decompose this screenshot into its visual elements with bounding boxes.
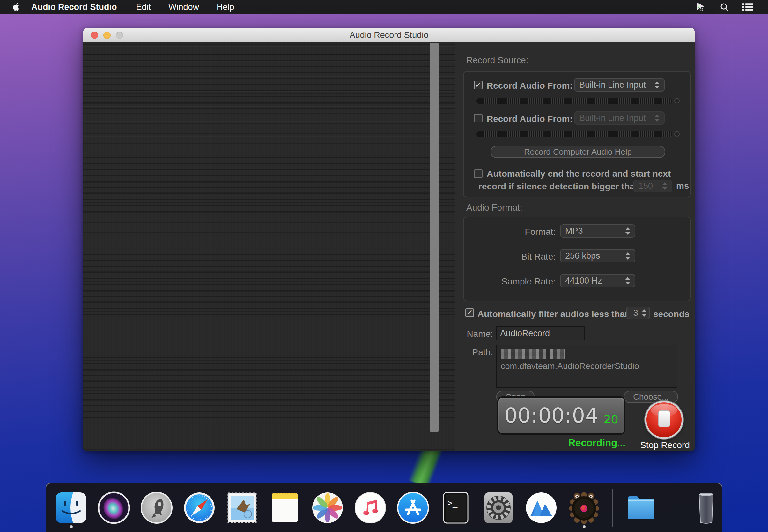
level-meter-2-peak-led bbox=[674, 131, 680, 137]
checkbox-check-icon: ✓ bbox=[475, 80, 481, 89]
level-meter-1 bbox=[476, 98, 672, 104]
stepper-icon bbox=[642, 309, 647, 317]
apple-menu-icon[interactable] bbox=[11, 2, 19, 12]
path-bundle-id: com.dfavteam.AudioRecorderStudio bbox=[501, 361, 639, 371]
menu-app-name[interactable]: Audio Record Studio bbox=[31, 2, 117, 12]
control-panel: Record Source: ✓ Record Audio From: Buil… bbox=[455, 42, 695, 451]
dock-itunes-icon[interactable] bbox=[354, 491, 387, 524]
format-label: Format: bbox=[464, 227, 556, 237]
stepper-icon bbox=[654, 115, 660, 122]
input-device-2-dropdown: Built-in Line Input bbox=[574, 111, 665, 125]
dock-mountain-app-icon[interactable] bbox=[525, 491, 558, 524]
dock-photos-icon[interactable] bbox=[311, 491, 344, 524]
dock-launchpad-icon[interactable] bbox=[140, 491, 173, 524]
filter-seconds-stepper[interactable]: 3 bbox=[626, 307, 650, 319]
level-meter-2 bbox=[476, 131, 672, 137]
silence-ms-value: 150 bbox=[639, 181, 662, 191]
stop-icon bbox=[658, 410, 670, 427]
input-device-2-value: Built-in Line Input bbox=[579, 113, 654, 123]
dock-separator bbox=[612, 489, 613, 527]
dock-trash-icon[interactable] bbox=[690, 491, 723, 524]
dock-folder-icon[interactable] bbox=[624, 491, 658, 524]
menu-bar: Audio Record Studio Edit Window Help bbox=[0, 0, 768, 14]
dock-audio-record-studio-icon[interactable] bbox=[567, 491, 601, 524]
record-audio-from-2-label: Record Audio From: bbox=[487, 114, 573, 124]
menu-item-help[interactable]: Help bbox=[217, 2, 234, 12]
timer-time: 00:00:04 bbox=[504, 404, 598, 427]
dock-safari-icon[interactable] bbox=[183, 491, 216, 524]
bitrate-label: Bit Rate: bbox=[464, 252, 556, 262]
dock-finder-icon[interactable] bbox=[55, 491, 88, 524]
running-indicator bbox=[70, 525, 73, 528]
input-device-1-value: Built-in Line Input bbox=[579, 80, 654, 90]
record-audio-from-1-label: Record Audio From: bbox=[487, 81, 573, 91]
app-window: Audio Record Studio Record Source: ✓ Rec… bbox=[83, 28, 695, 451]
path-label: Path: bbox=[455, 347, 493, 358]
svg-text:>_: >_ bbox=[447, 498, 458, 508]
stepper-icon bbox=[625, 252, 630, 260]
scrollbar-thumb[interactable] bbox=[430, 43, 439, 432]
dock-system-preferences-icon[interactable] bbox=[482, 491, 515, 524]
recordings-list-area bbox=[83, 42, 455, 451]
filter-short-audios-label: Automatically filter audios less than bbox=[477, 309, 630, 319]
silence-ms-stepper: 150 bbox=[633, 180, 672, 192]
record-source-groupbox: ✓ Record Audio From: Built-in Line Input… bbox=[463, 71, 691, 197]
recording-status: Recording... bbox=[527, 437, 625, 449]
path-redacted-text bbox=[501, 349, 574, 359]
dock: >_ bbox=[46, 483, 722, 532]
stepper-icon bbox=[654, 81, 660, 89]
auto-end-line1: Automatically end the record and start n… bbox=[487, 169, 671, 179]
samplerate-dropdown[interactable]: 44100 Hz bbox=[560, 274, 635, 287]
auto-end-record-checkbox[interactable] bbox=[474, 169, 483, 178]
bitrate-value: 256 kbps bbox=[565, 251, 625, 261]
auto-end-line2: record if silence detection bigger than bbox=[478, 181, 640, 192]
record-computer-audio-help-button[interactable]: Record Computer Audio Help bbox=[491, 146, 665, 158]
path-box: com.dfavteam.AudioRecorderStudio bbox=[496, 345, 677, 388]
record-audio-from-1-checkbox[interactable]: ✓ bbox=[474, 81, 483, 89]
level-meter-1-peak-led bbox=[674, 98, 680, 103]
record-source-section-label: Record Source: bbox=[466, 55, 528, 65]
stepper-icon bbox=[662, 182, 667, 190]
search-icon[interactable] bbox=[720, 2, 729, 12]
audio-format-section-label: Audio Format: bbox=[466, 203, 522, 213]
dock-notes-icon[interactable] bbox=[268, 491, 301, 524]
menu-item-window[interactable]: Window bbox=[168, 2, 199, 12]
timer-display: 00:00:04 20 bbox=[497, 396, 625, 435]
menu-item-edit[interactable]: Edit bbox=[136, 2, 151, 12]
input-device-1-dropdown[interactable]: Built-in Line Input bbox=[574, 78, 665, 92]
dock-mail-icon[interactable] bbox=[225, 491, 259, 524]
seconds-label: seconds bbox=[653, 309, 690, 319]
stepper-icon bbox=[625, 227, 630, 235]
filter-short-audios-checkbox[interactable]: ✓ bbox=[465, 308, 474, 317]
bitrate-dropdown[interactable]: 256 kbps bbox=[560, 249, 635, 262]
dock-siri-icon[interactable] bbox=[97, 491, 130, 524]
dock-app-store-icon[interactable] bbox=[396, 491, 430, 524]
stop-record-label: Stop Record bbox=[636, 440, 694, 450]
pointer-tool-icon[interactable] bbox=[695, 2, 706, 12]
samplerate-label: Sample Rate: bbox=[464, 277, 556, 287]
window-title: Audio Record Studio bbox=[83, 30, 695, 40]
title-bar[interactable]: Audio Record Studio bbox=[83, 28, 695, 42]
filter-seconds-value: 3 bbox=[630, 308, 642, 318]
record-audio-from-2-checkbox[interactable] bbox=[474, 114, 483, 122]
stop-record-button[interactable] bbox=[645, 401, 683, 439]
format-dropdown[interactable]: MP3 bbox=[560, 224, 635, 238]
stepper-icon bbox=[625, 277, 630, 284]
dock-terminal-icon[interactable]: >_ bbox=[439, 491, 472, 524]
list-menu-icon[interactable] bbox=[742, 2, 753, 12]
audio-format-groupbox: Format: MP3 Bit Rate: 256 kbps Sample Ra… bbox=[463, 217, 691, 301]
samplerate-value: 44100 Hz bbox=[565, 276, 625, 286]
checkbox-check-icon: ✓ bbox=[466, 308, 473, 317]
name-label: Name: bbox=[455, 329, 493, 339]
format-value: MP3 bbox=[565, 226, 625, 236]
choose-button[interactable]: Choose... bbox=[624, 391, 678, 403]
ms-label: ms bbox=[676, 181, 689, 191]
timer-frames: 20 bbox=[604, 413, 618, 426]
name-field[interactable]: AudioRecord bbox=[496, 326, 585, 340]
running-indicator bbox=[583, 525, 586, 528]
